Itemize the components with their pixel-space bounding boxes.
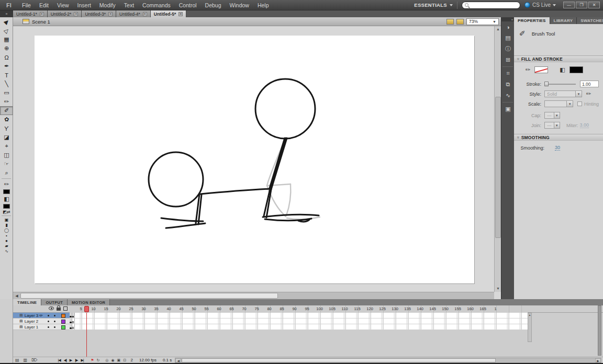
brush-size-dot-option[interactable]: •: [0, 233, 13, 238]
tools-dock-collapse-button[interactable]: »: [0, 10, 13, 17]
stroke-color-swatch[interactable]: [534, 66, 548, 73]
menu-help[interactable]: Help: [253, 0, 273, 10]
canvas-vertical-scrollbar[interactable]: ▲ ▼: [494, 26, 501, 292]
swatches-panel-icon[interactable]: ▤: [501, 32, 515, 43]
stroke-weight-slider[interactable]: [544, 84, 576, 85]
rectangle-tool[interactable]: ▭: [0, 88, 13, 97]
onion-skin-button[interactable]: ◎: [104, 358, 110, 362]
object-drawing-toggle[interactable]: ▣: [0, 217, 13, 222]
miter-value[interactable]: 3.00: [580, 122, 589, 128]
tab-swatches[interactable]: SWATCHES: [577, 17, 603, 24]
loop-marker-icon[interactable]: ⚑: [90, 358, 95, 362]
edit-multiple-frames-button[interactable]: ▣: [116, 358, 122, 362]
tab-properties[interactable]: PROPERTIES: [514, 17, 550, 24]
scroll-left-arrow[interactable]: ◀: [175, 358, 181, 362]
keyframe-cell[interactable]: [72, 313, 75, 318]
scroll-right-arrow[interactable]: ▶: [595, 358, 601, 362]
layer-name-cell[interactable]: ▤Layer 2: [13, 318, 70, 324]
layer-frames-track[interactable]: [70, 318, 528, 324]
smoothing-value[interactable]: 30: [555, 145, 560, 151]
brush-tool[interactable]: ✐: [0, 106, 13, 115]
align-panel-icon[interactable]: ⊞: [501, 54, 515, 65]
layer-name-cell[interactable]: ▤Layer 1: [13, 324, 70, 330]
document-tab[interactable]: Untitled-5*✕: [151, 10, 187, 17]
tab-library[interactable]: LIBRARY: [550, 17, 577, 24]
delete-layer-button[interactable]: ⌦: [29, 358, 39, 362]
frame-end-marker[interactable]: [72, 324, 75, 329]
play-button[interactable]: ▶: [68, 358, 73, 362]
lock-dot[interactable]: [54, 321, 55, 322]
menu-view[interactable]: View: [53, 0, 73, 10]
menu-modify[interactable]: Modify: [95, 0, 120, 10]
lock-dot[interactable]: [54, 326, 55, 328]
subselection-tool[interactable]: ▷: [0, 26, 13, 35]
fill-and-stroke-section-header[interactable]: ▿ FILL AND STROKE: [514, 55, 603, 62]
playhead[interactable]: [84, 306, 89, 312]
tab-timeline[interactable]: TIMELINE: [13, 299, 41, 305]
workspace-switcher[interactable]: ESSENTIALS: [414, 2, 453, 8]
timeline-horizontal-scrollbar[interactable]: ◀ ▶: [175, 358, 601, 363]
close-button[interactable]: ✕: [588, 2, 600, 8]
canvas-horizontal-scrollbar[interactable]: ◀: [13, 292, 494, 299]
document-tab[interactable]: Untitled-3*✕: [82, 10, 116, 17]
selection-tool[interactable]: ▶: [0, 17, 13, 26]
layer-outline-color-chip[interactable]: [61, 314, 65, 318]
pencil-tool[interactable]: ✏: [0, 97, 13, 106]
scale-select[interactable]: ▼: [544, 100, 573, 107]
edit-symbols-button[interactable]: [456, 19, 464, 25]
timeline-scroll-thumb[interactable]: [182, 358, 496, 362]
horizontal-scroll-thumb[interactable]: [20, 293, 278, 299]
layer-outline-color-chip[interactable]: [61, 325, 65, 329]
lasso-tool[interactable]: Ω: [0, 53, 13, 62]
timeline-layer-row[interactable]: ▤Layer 2: [13, 318, 603, 324]
stage[interactable]: [35, 36, 474, 283]
close-tab-icon[interactable]: ✕: [74, 12, 78, 16]
frame-ruler[interactable]: 5101520253035404550556065707580859095100…: [70, 305, 528, 313]
lock-dot[interactable]: [54, 315, 55, 316]
loop-playback-button[interactable]: ↻: [95, 358, 101, 362]
menu-window[interactable]: Window: [226, 0, 253, 10]
color-panel-icon[interactable]: ◑: [501, 21, 515, 32]
timeline-layer-row[interactable]: ▤Layer 3✏: [13, 313, 603, 318]
cs-live-button[interactable]: CS Live: [524, 2, 556, 8]
frames-vertical-scrollbar[interactable]: ▲: [528, 313, 532, 342]
layer-visibility-lock-dots[interactable]: [48, 318, 55, 324]
go-to-first-frame-button[interactable]: |◀: [56, 358, 62, 362]
brush-mode-option[interactable]: ◯: [0, 228, 13, 233]
minimize-button[interactable]: —: [563, 2, 575, 8]
close-tab-icon[interactable]: ✕: [40, 12, 44, 16]
visibility-dot[interactable]: [48, 321, 49, 322]
slider-handle[interactable]: [544, 82, 549, 86]
scroll-left-arrow[interactable]: ◀: [13, 292, 20, 299]
menu-file[interactable]: File: [18, 0, 35, 10]
vertical-scroll-thumb[interactable]: [495, 97, 501, 238]
go-to-last-frame-button[interactable]: ▶|: [79, 358, 85, 362]
brush-size-option[interactable]: ●: [0, 238, 13, 243]
smoothing-section-header[interactable]: ▿ SMOOTHING: [514, 134, 603, 141]
fill-color-chip[interactable]: [3, 204, 10, 209]
smoothing-option[interactable]: ∿: [0, 248, 13, 254]
join-select[interactable]: — ▼: [544, 122, 560, 129]
layer-visibility-lock-dots[interactable]: [48, 313, 55, 318]
hand-tool[interactable]: ☞: [0, 160, 13, 168]
layer-frames-track[interactable]: [70, 324, 528, 330]
restore-button[interactable]: ❐: [576, 2, 587, 8]
onion-skin-outlines-button[interactable]: ◉: [110, 358, 116, 362]
custom-stroke-style-button[interactable]: ✏: [586, 90, 591, 97]
lock-all-layers-icon[interactable]: [57, 308, 61, 311]
menu-text[interactable]: Text: [120, 0, 138, 10]
line-tool[interactable]: ╲: [0, 79, 13, 88]
close-tab-icon[interactable]: ✕: [143, 12, 147, 16]
step-back-button[interactable]: ◀|: [62, 358, 68, 362]
cap-select[interactable]: — ▼: [544, 112, 560, 119]
free-transform-tool[interactable]: ▦: [0, 35, 13, 44]
components-panel-icon[interactable]: ⧉: [501, 79, 515, 90]
document-tab[interactable]: Untitled-2*✕: [48, 10, 82, 17]
lock-fill-toggle[interactable]: ▮: [0, 222, 13, 228]
step-forward-button[interactable]: |▶: [73, 358, 79, 362]
brush-shape-option[interactable]: ▰: [0, 243, 13, 248]
menu-debug[interactable]: Debug: [201, 0, 226, 10]
modify-markers-button[interactable]: ⊡: [122, 358, 128, 362]
eyedropper-tool[interactable]: ⌖: [0, 142, 13, 151]
3d-rotation-tool[interactable]: ⊕: [0, 44, 13, 53]
